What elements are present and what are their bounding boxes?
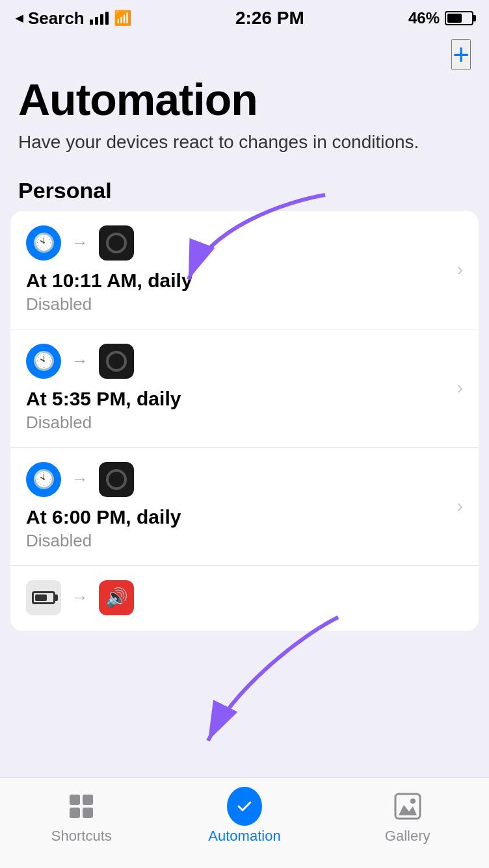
time-trigger-icon-2: 🕙 [26, 344, 61, 379]
automation-title-1: At 10:11 AM, daily [26, 270, 463, 292]
tab-automation[interactable]: Automation [199, 789, 290, 845]
tab-gallery[interactable]: Gallery [362, 789, 453, 845]
page-title: Automation [18, 75, 471, 124]
status-time: 2:26 PM [235, 8, 304, 29]
shortcuts-label: Shortcuts [51, 828, 112, 845]
automation-icon [227, 789, 262, 824]
chevron-right-3: › [457, 496, 463, 517]
automation-status-3: Disabled [26, 531, 463, 551]
signal-bars [90, 12, 109, 25]
page-header: Automation Have your devices react to ch… [0, 70, 489, 165]
app-icon-1 [99, 225, 134, 261]
battery-icon [445, 11, 473, 25]
row-4-icons: → 🔊 [26, 580, 463, 615]
top-bar: + [0, 34, 489, 70]
automations-card: 🕙 → At 10:11 AM, daily Disabled › 🕙 → At… [10, 211, 479, 631]
automation-row-4[interactable]: → 🔊 [10, 566, 479, 631]
automation-row-2[interactable]: 🕙 → At 5:35 PM, daily Disabled › [10, 329, 479, 448]
carrier-text: Search [28, 8, 85, 29]
status-right: 46% [408, 9, 473, 27]
automation-title-3: At 6:00 PM, daily [26, 506, 463, 528]
row-1-icons: 🕙 → [26, 225, 463, 261]
gallery-label: Gallery [385, 828, 430, 845]
svg-point-7 [410, 798, 416, 804]
svg-rect-4 [70, 808, 80, 818]
automation-tab-circle [227, 787, 262, 826]
flow-arrow-1: → [72, 233, 88, 253]
row-3-icons: 🕙 → [26, 462, 463, 497]
automation-label: Automation [208, 828, 280, 845]
time-trigger-icon-1: 🕙 [26, 225, 61, 261]
main-content: Automation Have your devices react to ch… [0, 70, 489, 735]
app-icon-2 [99, 344, 134, 379]
flow-arrow-2: → [72, 351, 88, 371]
section-header-personal: Personal [0, 165, 489, 211]
back-chevron: ◂ [16, 10, 23, 27]
svg-rect-2 [70, 795, 80, 805]
app-icon-3 [99, 462, 134, 497]
flow-arrow-4: → [72, 587, 88, 607]
automation-row-1[interactable]: 🕙 → At 10:11 AM, daily Disabled › [10, 211, 479, 329]
battery-trigger-icon [26, 580, 61, 615]
svg-rect-3 [83, 795, 93, 805]
tab-bar: Shortcuts Automation Gallery [0, 777, 489, 868]
tab-shortcuts[interactable]: Shortcuts [36, 789, 127, 845]
status-left: ◂ Search 📶 [16, 8, 131, 29]
add-button[interactable]: + [451, 39, 471, 70]
sound-icon: 🔊 [99, 580, 134, 615]
wifi-icon: 📶 [114, 10, 131, 27]
chevron-right-2: › [457, 377, 463, 398]
svg-rect-5 [83, 808, 93, 818]
shortcuts-icon [64, 789, 99, 824]
status-bar: ◂ Search 📶 2:26 PM 46% [0, 0, 489, 34]
automation-row-3[interactable]: 🕙 → At 6:00 PM, daily Disabled › [10, 448, 479, 566]
automation-status-1: Disabled [26, 294, 463, 314]
row-2-icons: 🕙 → [26, 344, 463, 379]
page-subtitle: Have your devices react to changes in co… [18, 129, 471, 155]
battery-trigger-inner [32, 591, 55, 604]
battery-percentage: 46% [408, 9, 440, 27]
flow-arrow-3: → [72, 469, 88, 489]
automation-status-2: Disabled [26, 413, 463, 433]
automation-title-2: At 5:35 PM, daily [26, 388, 463, 410]
gallery-icon [390, 789, 425, 824]
time-trigger-icon-3: 🕙 [26, 462, 61, 497]
chevron-right-1: › [457, 259, 463, 280]
